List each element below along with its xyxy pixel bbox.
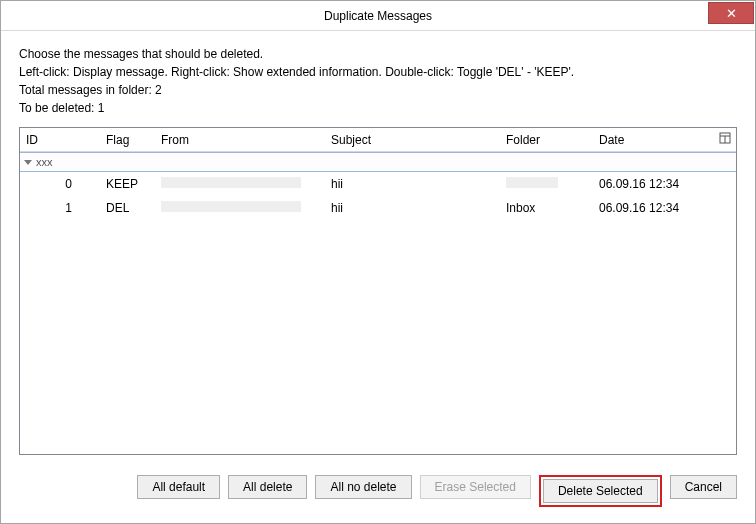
close-icon: ✕ xyxy=(726,7,737,20)
column-header-subject[interactable]: Subject xyxy=(325,128,500,151)
messages-grid[interactable]: ID Flag From Subject Folder Date xxx 0 K… xyxy=(19,127,737,455)
to-be-deleted-label: To be deleted: 1 xyxy=(19,101,737,115)
cell-from xyxy=(155,201,325,215)
column-header-from[interactable]: From xyxy=(155,128,325,151)
column-header-folder[interactable]: Folder xyxy=(500,128,593,151)
all-default-button[interactable]: All default xyxy=(137,475,220,499)
delete-selected-highlight: Delete Selected xyxy=(539,475,662,507)
cancel-button[interactable]: Cancel xyxy=(670,475,737,499)
erase-selected-button: Erase Selected xyxy=(420,475,531,499)
table-row[interactable]: 0 KEEP hii 06.09.16 12:34 xyxy=(20,172,736,196)
close-button[interactable]: ✕ xyxy=(708,2,754,24)
redacted-text xyxy=(506,177,558,188)
redacted-text xyxy=(161,177,301,188)
column-header-date[interactable]: Date xyxy=(593,128,714,151)
cell-id: 1 xyxy=(20,201,100,215)
button-row: All default All delete All no delete Era… xyxy=(1,465,755,523)
dialog-window: Duplicate Messages ✕ Choose the messages… xyxy=(0,0,756,524)
cell-date: 06.09.16 12:34 xyxy=(593,201,714,215)
cell-folder xyxy=(500,177,593,191)
all-no-delete-button[interactable]: All no delete xyxy=(315,475,411,499)
cell-id: 0 xyxy=(20,177,100,191)
collapse-icon xyxy=(24,160,32,165)
window-title: Duplicate Messages xyxy=(1,9,755,23)
table-row[interactable]: 1 DEL hii Inbox 06.09.16 12:34 xyxy=(20,196,736,220)
cell-date: 06.09.16 12:34 xyxy=(593,177,714,191)
column-config-button[interactable] xyxy=(714,128,736,151)
cell-subject: hii xyxy=(325,201,500,215)
column-header-flag[interactable]: Flag xyxy=(100,128,155,151)
cell-folder: Inbox xyxy=(500,201,593,215)
grid-header: ID Flag From Subject Folder Date xyxy=(20,128,736,152)
cell-flag: KEEP xyxy=(100,177,155,191)
dialog-content: Choose the messages that should be delet… xyxy=(1,31,755,465)
cell-from xyxy=(155,177,325,191)
redacted-text xyxy=(161,201,301,212)
instruction-choose: Choose the messages that should be delet… xyxy=(19,47,737,61)
total-messages-label: Total messages in folder: 2 xyxy=(19,83,737,97)
titlebar: Duplicate Messages ✕ xyxy=(1,1,755,31)
column-header-id[interactable]: ID xyxy=(20,128,100,151)
instruction-actions: Left-click: Display message. Right-click… xyxy=(19,65,737,79)
delete-selected-button[interactable]: Delete Selected xyxy=(543,479,658,503)
group-row[interactable]: xxx xyxy=(20,152,736,172)
cell-subject: hii xyxy=(325,177,500,191)
column-config-icon xyxy=(719,132,731,147)
cell-flag: DEL xyxy=(100,201,155,215)
all-delete-button[interactable]: All delete xyxy=(228,475,307,499)
group-label: xxx xyxy=(36,156,53,168)
